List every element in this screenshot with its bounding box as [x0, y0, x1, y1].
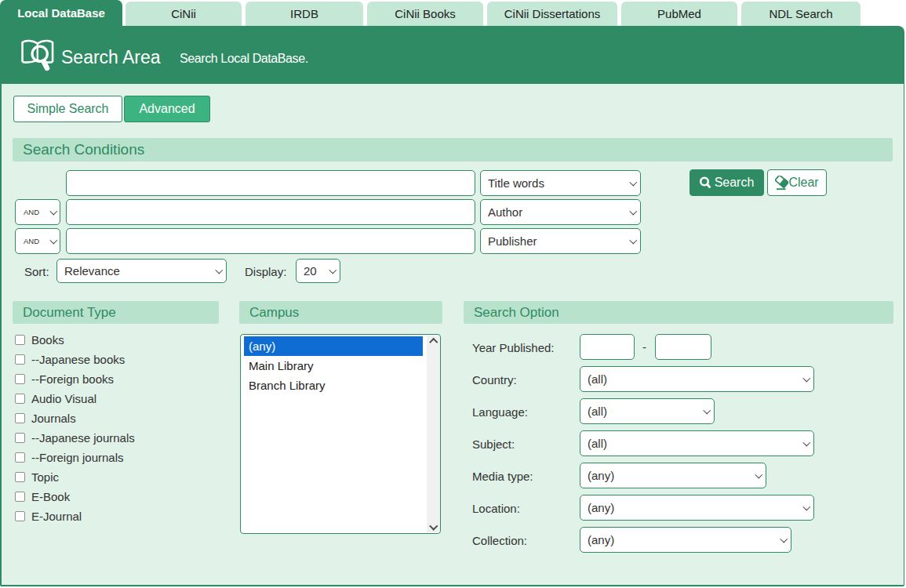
scroll-down-icon[interactable]	[429, 521, 438, 530]
doctype-label: --Foreign journals	[31, 451, 124, 464]
country-select-box: (all)	[580, 366, 814, 392]
doctype-e-journal[interactable]: E-Journal	[15, 506, 82, 526]
field-select-3[interactable]: Publisher	[481, 229, 640, 253]
tab-label: NDL Search	[769, 7, 832, 20]
media-type-select-box: (any)	[580, 463, 766, 488]
advanced-button[interactable]: Advanced	[124, 96, 210, 122]
display-select[interactable]: 20	[297, 260, 340, 282]
location-label: Location:	[472, 502, 520, 515]
tab-pubmed[interactable]: PubMed	[621, 2, 737, 26]
year-from-input[interactable]	[580, 334, 635, 360]
collection-label: Collection:	[472, 534, 527, 547]
language-label: Language:	[472, 405, 528, 419]
scroll-up-icon[interactable]	[429, 338, 438, 347]
tab-label: CiNii	[171, 7, 196, 20]
operator-select-3[interactable]: AND	[16, 229, 60, 253]
doctype-label: E-Journal	[31, 510, 82, 523]
document-type-title: Document Type	[23, 305, 116, 321]
tab-ndl-search[interactable]: NDL Search	[741, 2, 861, 26]
search-conditions-bar: Search Conditions	[13, 138, 893, 162]
tab-label: IRDB	[290, 7, 318, 20]
checkbox[interactable]	[15, 433, 25, 443]
checkbox[interactable]	[15, 472, 25, 482]
tab-label: Local DataBase	[17, 6, 105, 20]
simple-search-button[interactable]: Simple Search	[13, 96, 122, 122]
collection-select[interactable]: (any)	[580, 528, 791, 552]
language-select-box: (all)	[580, 398, 715, 424]
campus-bar: Campus	[239, 301, 442, 324]
year-to-input[interactable]	[655, 334, 711, 360]
subject-select[interactable]: (all)	[580, 431, 813, 456]
tab-cinii[interactable]: CiNii	[126, 2, 242, 26]
campus-option-any[interactable]: (any)	[244, 336, 423, 356]
page-subtitle: Search Local DataBase.	[180, 53, 308, 65]
doctype-foreign-journals[interactable]: --Foreign journals	[15, 448, 124, 467]
checkbox[interactable]	[15, 413, 25, 423]
doctype-label: E-Book	[31, 490, 70, 503]
search-button-label: Search	[715, 176, 755, 190]
doctype-journals[interactable]: Journals	[15, 408, 76, 428]
checkbox[interactable]	[15, 394, 25, 404]
tab-cinii-books[interactable]: CiNii Books	[367, 2, 483, 26]
doctype-label: --Japanese journals	[31, 431, 135, 445]
search-area-header: Search Area Search Local DataBase.	[0, 26, 904, 84]
tab-cinii-dissertations[interactable]: CiNii Dissertations	[487, 2, 617, 26]
tab-label: CiNii Books	[395, 7, 456, 20]
doctype-e-book[interactable]: E-Book	[15, 487, 70, 506]
checkbox[interactable]	[15, 452, 25, 463]
search-term-input-1[interactable]	[66, 170, 475, 196]
page-title: Search Area	[61, 48, 161, 67]
advanced-label: Advanced	[139, 102, 195, 116]
country-select[interactable]: (all)	[580, 367, 813, 391]
checkbox[interactable]	[15, 335, 25, 345]
search-term-input-2[interactable]	[66, 199, 475, 225]
field-select-1-box: Title words	[480, 170, 641, 196]
field-select-2[interactable]: Author	[481, 200, 640, 224]
campus-listbox[interactable]: (any) Main Library Branch Library	[240, 334, 441, 534]
checkbox[interactable]	[15, 354, 25, 365]
operator-select-2[interactable]: AND	[16, 200, 60, 224]
doctype-audio-visual[interactable]: Audio Visual	[15, 389, 96, 408]
location-select[interactable]: (any)	[580, 495, 813, 520]
sort-select[interactable]: Relevance	[57, 260, 226, 282]
document-type-bar: Document Type	[13, 301, 219, 324]
doctype-label: Audio Visual	[31, 392, 96, 405]
tab-label: CiNii Dissertations	[504, 7, 601, 20]
doctype-japanese-journals[interactable]: --Japanese journals	[15, 428, 135, 448]
field-select-2-box: Author	[480, 199, 641, 225]
field-select-1[interactable]: Title words	[481, 171, 640, 195]
tab-label: PubMed	[657, 7, 701, 20]
checkbox[interactable]	[15, 492, 25, 502]
doctype-topic[interactable]: Topic	[15, 467, 59, 487]
book-magnifier-icon	[20, 38, 54, 71]
search-option-title: Search Option	[474, 305, 559, 321]
doctype-foreign-books[interactable]: --Foreign books	[15, 369, 114, 389]
field-select-3-box: Publisher	[480, 228, 641, 254]
doctype-books[interactable]: Books	[15, 330, 64, 350]
year-published-label: Year Published:	[472, 341, 555, 354]
search-term-input-3[interactable]	[66, 228, 475, 254]
display-label: Display:	[245, 265, 286, 278]
doctype-label: --Foreign books	[31, 372, 114, 386]
clear-button[interactable]: Clear	[767, 169, 827, 196]
search-button[interactable]: Search	[690, 169, 764, 196]
tab-irdb[interactable]: IRDB	[246, 2, 363, 26]
eraser-icon	[775, 176, 788, 191]
media-type-select[interactable]: (any)	[580, 463, 766, 488]
search-option-bar: Search Option	[464, 301, 893, 324]
campus-option-branch-library[interactable]: Branch Library	[244, 376, 423, 395]
sort-label: Sort:	[24, 265, 49, 278]
checkbox[interactable]	[15, 374, 25, 384]
doctype-japanese-books[interactable]: --Japanese books	[15, 350, 125, 369]
doctype-label: --Japanese books	[31, 353, 125, 366]
tab-local-database[interactable]: Local DataBase	[0, 0, 122, 26]
campus-scrollbar[interactable]	[427, 336, 440, 532]
clear-button-label: Clear	[788, 176, 818, 190]
language-select[interactable]: (all)	[580, 399, 714, 423]
collection-select-box: (any)	[580, 527, 791, 553]
campus-option-main-library[interactable]: Main Library	[244, 356, 423, 376]
subject-label: Subject:	[472, 437, 515, 451]
doctype-label: Books	[31, 333, 64, 347]
checkbox[interactable]	[15, 511, 25, 521]
search-panel: Simple Search Advanced Search Conditions…	[0, 84, 904, 586]
